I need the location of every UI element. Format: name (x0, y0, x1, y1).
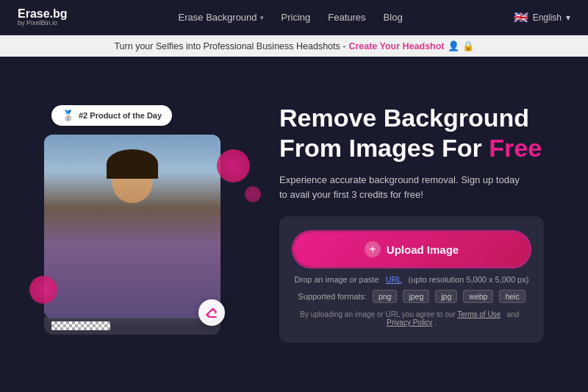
logo[interactable]: Erase.bg by PixelBin.io (18, 7, 68, 27)
nav-features[interactable]: Features (328, 12, 365, 23)
chevron-down-icon: ▾ (260, 14, 264, 21)
product-hunt-label: #2 Product of the Day (79, 111, 162, 120)
decorative-blob-2 (29, 276, 57, 304)
demo-bottom-bar (44, 317, 220, 335)
format-png: png (373, 290, 398, 303)
format-webp: webp (463, 290, 493, 303)
checkerboard-strip (51, 321, 110, 330)
privacy-policy-link[interactable]: Privacy Policy (387, 318, 432, 327)
nav-links: Erase Background ▾ Pricing Features Blog (179, 12, 403, 23)
drop-text: Drop an image or paste URL (upto resolut… (294, 275, 529, 284)
headline-line2: From Images For Free (279, 133, 559, 163)
language-label: English (533, 13, 562, 23)
terms-of-use-link[interactable]: Terms of Use (457, 310, 501, 318)
format-jpg: jpg (435, 290, 457, 303)
nav-blog[interactable]: Blog (384, 12, 403, 23)
person-icon: 👤 (448, 40, 459, 51)
decorative-blob-1 (217, 149, 250, 182)
language-selector[interactable]: 🇬🇧 English ▾ (514, 10, 570, 24)
demo-figure (44, 135, 220, 318)
announcement-text: Turn your Selfies into Professional Busi… (114, 41, 345, 51)
upload-button-label: Upload Image (387, 243, 459, 256)
terms-text: By uploading an image or URL you agree t… (294, 310, 529, 327)
navbar: Erase.bg by PixelBin.io Erase Background… (0, 0, 588, 35)
headline-free: Free (489, 134, 542, 162)
format-heic: heic (499, 290, 525, 303)
url-link[interactable]: URL (386, 275, 402, 284)
flag-icon: 🇬🇧 (514, 10, 528, 24)
plus-icon: + (365, 241, 381, 257)
announcement-cta[interactable]: Create Your Headshot (348, 41, 444, 51)
hero-subtext: Experience accurate background removal. … (279, 173, 529, 202)
formats-row: Supported formats: png jpeg jpg webp hei… (294, 290, 529, 303)
erase-tool-icon (198, 299, 225, 326)
logo-subtitle: by PixelBin.io (18, 20, 68, 27)
product-hunt-badge[interactable]: 🥈 #2 Product of the Day (51, 105, 172, 126)
demo-section: 🥈 #2 Product of the Day (29, 105, 257, 341)
format-jpeg: jpeg (403, 290, 429, 303)
hero-section: Remove Background From Images For Free E… (279, 103, 559, 343)
decorative-blob-3 (245, 186, 261, 202)
logo-title: Erase.bg (18, 7, 68, 21)
chevron-down-icon: ▾ (566, 13, 570, 23)
lock-icon: 🔒 (462, 40, 474, 51)
demo-image (44, 135, 220, 318)
headline-line1: Remove Background (279, 103, 559, 133)
hero-headline: Remove Background From Images For Free (279, 103, 559, 163)
medal-icon: 🥈 (62, 110, 74, 121)
upload-button[interactable]: + Upload Image (294, 232, 529, 266)
nav-pricing[interactable]: Pricing (282, 12, 311, 23)
nav-erase-background[interactable]: Erase Background ▾ (179, 12, 264, 23)
announcement-bar: Turn your Selfies into Professional Busi… (0, 35, 588, 57)
upload-box: + Upload Image Drop an image or paste UR… (279, 216, 544, 343)
formats-label: Supported formats: (298, 292, 367, 301)
main-content: 🥈 #2 Product of the Day Remove Backgroun… (0, 57, 588, 389)
